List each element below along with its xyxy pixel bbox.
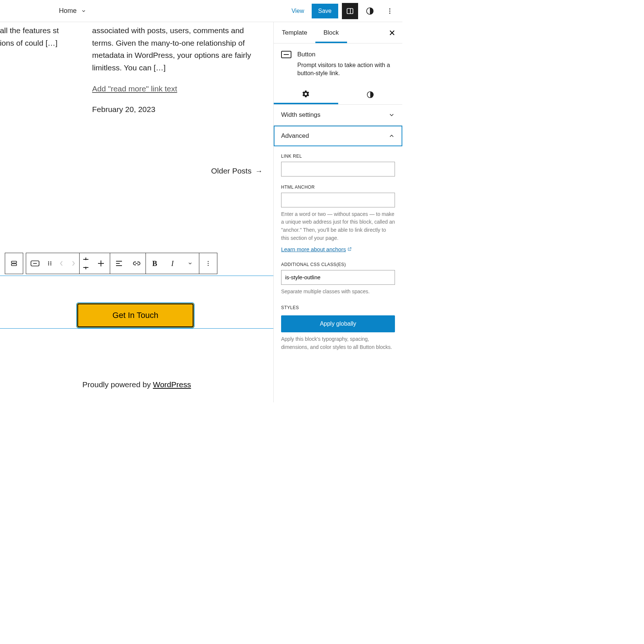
chevron-down-icon [388,112,395,118]
add-block-icon[interactable] [92,253,110,274]
view-link[interactable]: View [288,5,308,17]
older-posts-label: Older Posts [211,167,252,175]
post-excerpt: associated with posts, users, comments a… [92,26,251,72]
button-block-icon [281,51,291,58]
svg-point-27 [208,265,209,266]
move-down-icon[interactable] [80,263,92,274]
svg-rect-0 [347,8,353,14]
link-rel-input[interactable] [281,162,395,176]
svg-point-26 [208,263,209,264]
svg-point-13 [50,263,52,264]
block-toolbar: B I [5,253,217,274]
css-classes-help: Separate multiple classes with spaces. [281,288,395,296]
move-right-icon [67,253,79,274]
learn-anchors-label: Learn more about anchors [281,246,346,252]
svg-point-5 [389,13,391,14]
svg-rect-7 [11,264,17,266]
button-block[interactable]: Get In Touch [76,302,194,328]
svg-rect-19 [83,267,88,268]
block-title: Button [297,51,395,58]
apply-globally-button[interactable]: Apply globally [281,315,395,332]
styles-subtab[interactable] [338,85,403,104]
nav-home[interactable]: Home [59,7,77,15]
svg-rect-17 [83,259,88,260]
options-icon[interactable] [199,253,217,274]
parent-block-icon[interactable] [5,253,23,274]
close-icon[interactable]: ✕ [385,26,399,41]
anchor-help-text: Enter a word or two — without spaces — t… [281,210,395,242]
post-excerpt: test all the features st versions of cou… [0,26,59,47]
svg-rect-6 [11,261,17,263]
italic-icon[interactable]: I [164,253,181,274]
css-classes-input[interactable] [281,270,395,285]
tab-block[interactable]: Block [315,22,347,43]
move-up-icon[interactable] [80,253,92,263]
styles-section-label: STYLES [281,305,395,310]
panel-advanced[interactable]: Advanced [274,126,402,146]
buttons-block-selection[interactable]: Get In Touch [0,276,274,329]
more-menu-icon[interactable] [382,3,398,19]
footer-prefix: Proudly powered by [83,380,153,389]
link-icon[interactable] [128,253,146,274]
post-date: February 20, 2023 [92,103,262,116]
site-footer: Proudly powered by WordPress [0,380,273,389]
settings-subtab[interactable] [274,85,338,104]
learn-anchors-link[interactable]: Learn more about anchors [281,246,352,252]
panel-width-settings[interactable]: Width settings [274,105,402,126]
sidebar-toggle-icon[interactable] [342,3,358,19]
external-link-icon [347,247,352,251]
link-rel-label: LINK REL [281,154,395,159]
move-left-icon [56,253,67,274]
svg-point-12 [48,263,49,264]
svg-point-15 [50,265,52,266]
gear-icon [302,90,310,98]
tab-template[interactable]: Template [274,22,315,43]
panel-width-label: Width settings [281,111,321,119]
contrast-icon [366,91,374,99]
bold-icon[interactable]: B [146,253,164,274]
panel-advanced-label: Advanced [281,132,309,140]
block-type-icon[interactable] [26,253,44,274]
chevron-down-icon[interactable] [81,8,86,14]
css-classes-label: ADDITIONAL CSS CLASS(ES) [281,262,395,267]
drag-handle-icon[interactable] [44,253,56,274]
svg-point-11 [50,262,52,263]
svg-point-4 [389,10,391,11]
html-anchor-label: HTML ANCHOR [281,185,395,190]
svg-point-3 [389,8,391,9]
svg-point-10 [48,262,49,263]
svg-point-14 [48,265,49,266]
html-anchor-input[interactable] [281,193,395,207]
read-more-link[interactable]: Add "read more" link text [92,83,177,95]
svg-point-25 [208,261,209,262]
more-rich-text-icon[interactable] [181,253,199,274]
block-description: Prompt visitors to take action with a bu… [297,61,395,78]
align-icon[interactable] [110,253,128,274]
older-posts-link[interactable]: Older Posts → [211,167,263,175]
save-button[interactable]: Save [312,4,338,18]
svg-rect-21 [98,263,104,264]
apply-globally-help: Apply this block's typography, spacing, … [281,335,395,351]
arrow-right-icon: → [255,167,263,175]
footer-wordpress-link[interactable]: WordPress [153,380,191,389]
styles-icon[interactable] [362,3,378,19]
chevron-up-icon [388,133,395,139]
